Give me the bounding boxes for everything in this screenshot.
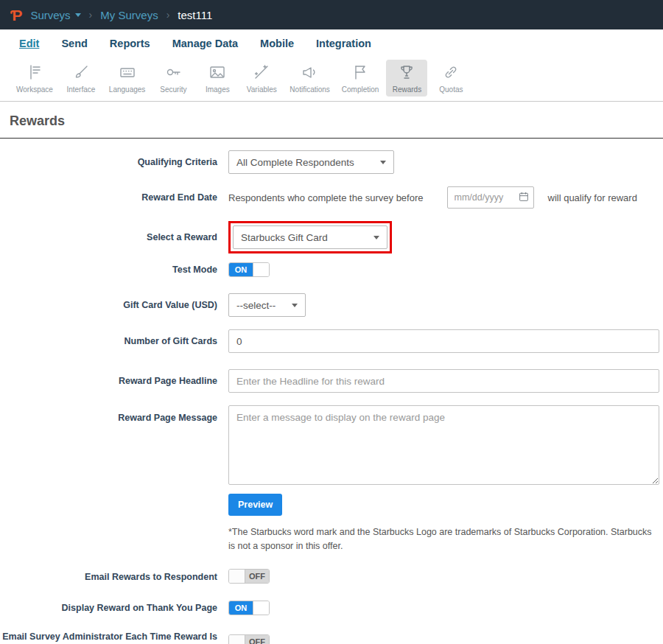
rewards-form: Qualifying Criteria All Complete Respond… xyxy=(0,139,663,644)
toolbar-item-variables[interactable]: Variables xyxy=(241,60,282,97)
reward-end-date-suffix: will qualify for reward xyxy=(548,192,637,203)
toolbar-item-label: Quotas xyxy=(439,85,463,94)
test-mode-row: Test Mode ON xyxy=(0,262,663,277)
toolbar-item-rewards[interactable]: Rewards xyxy=(386,60,427,97)
number-of-gift-cards-input[interactable] xyxy=(228,329,659,353)
email-admin-label: Email Survey Administrator Each Time Rew… xyxy=(0,631,228,644)
display-reward-label: Display Reward on Thank You Page xyxy=(0,602,228,614)
toolbar-item-label: Notifications xyxy=(290,85,329,94)
link-icon xyxy=(442,63,460,83)
tab-edit[interactable]: Edit xyxy=(19,38,39,49)
qualifying-criteria-value: All Complete Respondents xyxy=(236,157,354,168)
gift-card-value-row: Gift Card Value (USD) --select-- xyxy=(0,293,663,317)
chevron-down-icon xyxy=(75,13,81,17)
select-reward-value: Starbucks Gift Card xyxy=(241,232,328,243)
wand-icon xyxy=(253,63,270,83)
test-mode-toggle[interactable]: ON xyxy=(228,262,270,277)
email-admin-row: Email Survey Administrator Each Time Rew… xyxy=(0,631,663,644)
gift-card-value-label: Gift Card Value (USD) xyxy=(0,299,228,311)
tab-reports[interactable]: Reports xyxy=(110,38,150,49)
test-mode-label: Test Mode xyxy=(0,264,228,276)
top-header: Ƥ Surveys › My Surveys › test111 xyxy=(0,0,663,29)
toggle-knob xyxy=(229,570,245,583)
qualifying-criteria-select[interactable]: All Complete Respondents xyxy=(228,150,394,174)
toolbar-item-label: Rewards xyxy=(393,85,421,94)
toolbar-item-quotas[interactable]: Quotas xyxy=(430,60,471,97)
tab-manage-data[interactable]: Manage Data xyxy=(172,38,238,49)
calendar-icon[interactable] xyxy=(518,191,530,203)
tab-send[interactable]: Send xyxy=(61,38,87,49)
chevron-down-icon xyxy=(292,304,298,307)
reward-end-date-field-wrap xyxy=(447,186,534,209)
toolbar-item-label: Workspace xyxy=(16,85,53,94)
toolbar-item-completion[interactable]: Completion xyxy=(337,60,384,97)
megaphone-icon xyxy=(301,63,319,83)
reward-page-message-label: Reward Page Message xyxy=(0,405,228,424)
main-nav: Edit Send Reports Manage Data Mobile Int… xyxy=(0,29,663,56)
toolbar-item-images[interactable]: Images xyxy=(197,60,238,97)
reward-end-date-row: Reward End Date Respondents who complete… xyxy=(0,186,663,209)
reward-page-headline-input[interactable] xyxy=(228,369,659,393)
starbucks-disclaimer: *The Starbucks word mark and the Starbuc… xyxy=(228,525,659,554)
breadcrumb-current-survey: test111 xyxy=(178,9,212,21)
preview-button[interactable]: Preview xyxy=(228,494,282,516)
trophy-icon xyxy=(398,63,415,83)
display-reward-row: Display Reward on Thank You Page ON xyxy=(0,601,663,615)
page-title: Rewards xyxy=(10,113,65,128)
toolbar-item-security[interactable]: Security xyxy=(152,60,194,97)
reward-end-date-description: Respondents who complete the survey befo… xyxy=(228,192,424,203)
toggle-knob xyxy=(253,601,269,615)
toolbar-item-label: Languages xyxy=(109,85,146,94)
breadcrumb-surveys[interactable]: Surveys xyxy=(30,9,80,21)
reward-page-message-textarea[interactable] xyxy=(228,405,659,485)
qualifying-criteria-row: Qualifying Criteria All Complete Respond… xyxy=(0,150,663,174)
toggle-state-label: ON xyxy=(229,263,253,276)
reward-page-message-row: Reward Page Message Preview *The Starbuc… xyxy=(0,405,663,554)
number-of-gift-cards-label: Number of Gift Cards xyxy=(0,335,228,347)
reward-page-headline-label: Reward Page Headline xyxy=(0,375,228,387)
flag-icon xyxy=(351,63,369,83)
toolbar-item-interface[interactable]: Interface xyxy=(60,60,102,97)
reward-end-date-label: Reward End Date xyxy=(0,192,228,203)
toggle-state-label: ON xyxy=(229,601,253,615)
paintbrush-icon xyxy=(72,63,90,83)
page-title-section: Rewards xyxy=(0,102,663,139)
breadcrumb-my-surveys[interactable]: My Surveys xyxy=(100,9,158,21)
email-admin-toggle[interactable]: OFF xyxy=(228,634,270,644)
breadcrumb-separator: › xyxy=(89,9,93,21)
display-reward-toggle[interactable]: ON xyxy=(228,601,270,615)
gift-card-value-value: --select-- xyxy=(236,300,276,311)
reward-page-headline-row: Reward Page Headline xyxy=(0,369,663,393)
select-reward-select[interactable]: Starbucks Gift Card xyxy=(233,225,387,249)
chevron-down-icon xyxy=(373,236,379,239)
toggle-knob xyxy=(253,263,269,276)
questionpro-logo[interactable]: Ƥ xyxy=(10,7,22,23)
qualifying-criteria-label: Qualifying Criteria xyxy=(0,156,228,168)
email-rewards-toggle[interactable]: OFF xyxy=(228,569,270,584)
tab-mobile[interactable]: Mobile xyxy=(260,38,294,49)
keyboard-icon xyxy=(119,63,136,83)
toolbar-item-label: Completion xyxy=(342,85,379,94)
edit-toolbar: Workspace Interface Languages Security I… xyxy=(0,56,663,102)
number-of-gift-cards-row: Number of Gift Cards xyxy=(0,329,663,353)
select-reward-label: Select a Reward xyxy=(0,231,228,243)
toolbar-item-languages[interactable]: Languages xyxy=(105,60,150,97)
email-rewards-row: Email Rewards to Respondent OFF xyxy=(0,569,663,585)
toggle-state-label: OFF xyxy=(245,635,269,644)
toolbar-item-label: Interface xyxy=(66,85,95,94)
email-rewards-label: Email Rewards to Respondent xyxy=(0,571,228,583)
select-reward-row: Select a Reward Starbucks Gift Card xyxy=(0,221,663,253)
tab-integration[interactable]: Integration xyxy=(316,38,371,49)
toggle-knob xyxy=(229,635,245,644)
toolbar-item-workspace[interactable]: Workspace xyxy=(12,60,57,97)
key-icon xyxy=(164,63,182,83)
toolbar-item-label: Images xyxy=(206,85,230,94)
toolbar-item-label: Variables xyxy=(247,85,277,94)
image-icon xyxy=(208,63,226,83)
highlight-box: Starbucks Gift Card xyxy=(228,221,392,253)
gift-card-value-select[interactable]: --select-- xyxy=(228,293,306,317)
toolbar-item-notifications[interactable]: Notifications xyxy=(285,60,334,97)
chevron-down-icon xyxy=(380,161,386,164)
breadcrumb-surveys-label: Surveys xyxy=(30,9,70,21)
workspace-icon xyxy=(26,63,43,83)
